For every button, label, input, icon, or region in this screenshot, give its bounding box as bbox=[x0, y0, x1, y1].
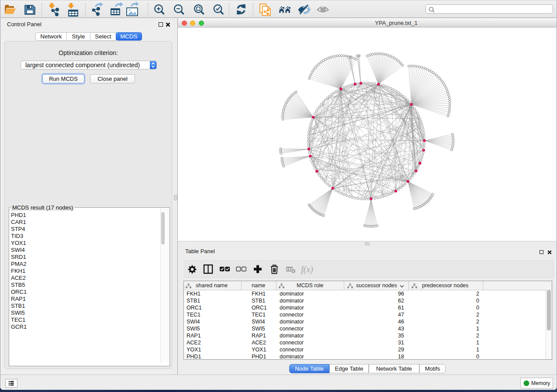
svg-text:f(x): f(x) bbox=[301, 265, 313, 275]
